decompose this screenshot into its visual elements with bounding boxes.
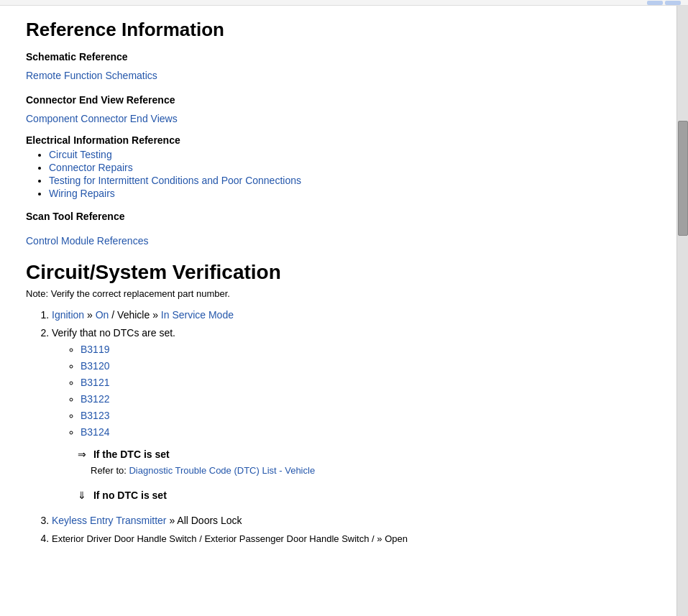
component-connector-link[interactable]: Component Connector End Views [26, 113, 178, 124]
electrical-links-list: Circuit Testing Connector Repairs Testin… [49, 149, 651, 199]
refer-prefix: Refer to: [91, 465, 129, 476]
scrollbar-thumb[interactable] [678, 121, 688, 236]
dtc-b3119: B3119 [81, 342, 651, 357]
arrow-right-icon: ⇒ [78, 447, 86, 462]
refer-text: Refer to: Diagnostic Trouble Code (DTC) … [91, 464, 651, 478]
steps-list: Ignition » On / Vehicle » In Service Mod… [52, 308, 651, 546]
in-service-mode-link[interactable]: In Service Mode [161, 309, 234, 321]
list-item: Testing for Intermittent Conditions and … [49, 175, 651, 186]
testing-intermittent-link[interactable]: Testing for Intermittent Conditions and … [49, 175, 301, 186]
if-dtc-block: ⇒ If the DTC is set Refer to: Diagnostic… [78, 447, 651, 478]
on-link[interactable]: On [96, 309, 109, 321]
dtc-b3124-link[interactable]: B3124 [81, 426, 109, 438]
wiring-repairs-link[interactable]: Wiring Repairs [49, 188, 115, 199]
dtc-b3120: B3120 [81, 359, 651, 374]
schematic-ref-section: Schematic Reference Remote Function Sche… [26, 51, 651, 81]
list-item: Connector Repairs [49, 162, 651, 173]
no-dtc-block: ⇓ If no DTC is set [78, 488, 651, 503]
step-2: Verify that no DTCs are set. B3119 B3120… [52, 326, 651, 503]
dtc-b3124: B3124 [81, 425, 651, 440]
dtc-list-link[interactable]: Diagnostic Trouble Code (DTC) List - Veh… [129, 465, 315, 476]
control-module-ref-link[interactable]: Control Module References [26, 235, 148, 247]
sep1: » [87, 309, 96, 321]
list-item: Wiring Repairs [49, 188, 651, 199]
dtc-b3123: B3123 [81, 408, 651, 423]
if-no-dtc-label: If no DTC is set [93, 489, 167, 501]
list-item: Circuit Testing [49, 149, 651, 160]
top-btn-1 [647, 1, 663, 5]
dtc-b3121-link[interactable]: B3121 [81, 377, 109, 388]
dtc-b3121: B3121 [81, 375, 651, 390]
dtc-b3119-link[interactable]: B3119 [81, 344, 109, 355]
scan-tool-heading: Scan Tool Reference [26, 211, 651, 222]
control-module-section: Control Module References [26, 235, 651, 247]
dtc-b3122: B3122 [81, 392, 651, 407]
main-content: Reference Information Schematic Referenc… [0, 6, 665, 616]
dtc-b3123-link[interactable]: B3123 [81, 410, 109, 421]
dtc-codes-list: B3119 B3120 B3121 B3122 B3123 B3124 [81, 342, 651, 440]
page-title: Reference Information [26, 19, 651, 41]
step3-sep: » [169, 515, 177, 526]
step-3: Keyless Entry Transmitter » All Doors Lo… [52, 513, 651, 528]
circuit-title: Circuit/System Verification [26, 261, 651, 284]
sep2: / Vehicle » [111, 309, 161, 321]
ignition-link[interactable]: Ignition [52, 309, 84, 321]
remote-function-schematics-link[interactable]: Remote Function Schematics [26, 70, 157, 81]
scrollbar[interactable] [676, 6, 688, 616]
if-dtc-row: ⇒ If the DTC is set [78, 447, 651, 462]
step3-rest: All Doors Lock [177, 515, 242, 526]
circuit-testing-link[interactable]: Circuit Testing [49, 149, 112, 160]
electrical-info-heading: Electrical Information Reference [26, 134, 651, 146]
circuit-verification-section: Circuit/System Verification Note: Verify… [26, 261, 651, 546]
if-dtc-label: If the DTC is set [93, 449, 170, 460]
schematic-ref-heading: Schematic Reference [26, 51, 651, 63]
arrow-down-icon: ⇓ [78, 488, 86, 503]
connector-end-view-section: Connector End View Reference Component C… [26, 94, 651, 124]
note-text: Note: Verify the correct replacement par… [26, 288, 651, 299]
dtc-b3122-link[interactable]: B3122 [81, 393, 109, 405]
page-wrapper: Reference Information Schematic Referenc… [0, 0, 688, 616]
top-bar [0, 0, 688, 6]
step-1: Ignition » On / Vehicle » In Service Mod… [52, 308, 651, 323]
electrical-info-section: Electrical Information Reference Circuit… [26, 134, 651, 199]
connector-end-heading: Connector End View Reference [26, 94, 651, 106]
top-btn-2 [665, 1, 681, 5]
step-2-text: Verify that no DTCs are set. [52, 327, 175, 339]
scrollbar-track [677, 6, 688, 616]
step-4: Exterior Driver Door Handle Switch / Ext… [52, 531, 651, 546]
scan-tool-section: Scan Tool Reference [26, 211, 651, 229]
connector-repairs-link[interactable]: Connector Repairs [49, 162, 133, 173]
dtc-b3120-link[interactable]: B3120 [81, 360, 109, 372]
keyless-entry-link[interactable]: Keyless Entry Transmitter [52, 515, 167, 526]
step-4-text: Exterior Driver Door Handle Switch / Ext… [52, 533, 408, 544]
